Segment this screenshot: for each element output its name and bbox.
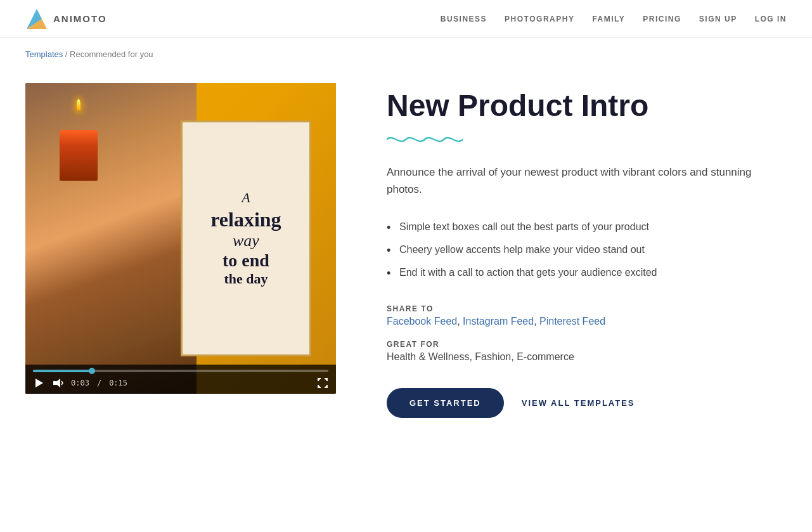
svg-line-5 (61, 381, 63, 383)
card-text-line4: to end (210, 250, 281, 271)
card-text-line1: A (210, 190, 281, 206)
view-all-templates-button[interactable]: VIEW ALL TEMPLATES (522, 398, 635, 408)
feature-item-3: End it with a call to action that gets y… (387, 261, 787, 284)
volume-button[interactable] (52, 377, 63, 389)
video-card-text: A relaxing way to end the day (210, 190, 281, 287)
fullscreen-icon (317, 377, 328, 389)
site-header: ANIMOTO BUSINESS PHOTOGRAPHY FAMILY PRIC… (0, 0, 812, 38)
action-buttons: GET STARTED VIEW ALL TEMPLATES (387, 388, 787, 418)
instagram-feed-link[interactable]: Instagram Feed (463, 316, 534, 327)
fullscreen-button[interactable] (317, 377, 328, 389)
share-to-section: SHARE TO Facebook Feed, Instagram Feed, … (387, 304, 787, 327)
progress-bar[interactable] (33, 370, 328, 372)
share-to-value: Facebook Feed, Instagram Feed, Pinterest… (387, 316, 787, 327)
get-started-button[interactable]: GET STARTED (387, 388, 504, 418)
nav-login[interactable]: LOG IN (755, 15, 787, 23)
card-text-line3: way (210, 231, 281, 250)
product-description: Announce the arrival of your newest prod… (387, 164, 787, 198)
logo-text: ANIMOTO (53, 13, 107, 24)
video-text-card: A relaxing way to end the day (181, 120, 311, 356)
great-for-label: GREAT FOR (387, 340, 787, 349)
video-controls: 0:03 / 0:15 (25, 365, 336, 394)
breadcrumb-separator: / (63, 49, 70, 59)
svg-marker-3 (35, 379, 43, 387)
nav-signup[interactable]: SIGN UP (699, 15, 737, 23)
progress-fill (33, 370, 92, 372)
logo-link[interactable]: ANIMOTO (25, 8, 107, 30)
play-icon (33, 377, 44, 389)
info-section: New Product Intro Announce the arrival o… (387, 83, 787, 418)
feature-item-1: Simple text boxes call out the best part… (387, 216, 787, 238)
nav-photography[interactable]: PHOTOGRAPHY (505, 15, 574, 23)
product-title: New Product Intro (387, 89, 787, 123)
breadcrumb-current: Recommended for you (70, 49, 153, 59)
great-for-section: GREAT FOR Health & Wellness, Fashion, E-… (387, 340, 787, 363)
animoto-logo-icon (25, 8, 48, 30)
feature-item-2: Cheery yellow accents help make your vid… (387, 238, 787, 261)
svg-line-6 (61, 383, 63, 385)
card-text-line2: relaxing (210, 209, 281, 231)
video-player[interactable]: A relaxing way to end the day (25, 83, 336, 394)
great-for-value: Health & Wellness, Fashion, E-commerce (387, 351, 787, 363)
main-content: A relaxing way to end the day (0, 70, 812, 456)
total-time: 0:15 (109, 379, 127, 387)
video-thumbnail: A relaxing way to end the day (25, 83, 336, 394)
breadcrumb: Templates / Recommended for you (0, 38, 812, 70)
controls-row: 0:03 / 0:15 (33, 377, 328, 389)
video-section: A relaxing way to end the day (25, 83, 336, 418)
volume-icon (52, 377, 63, 389)
nav-business[interactable]: BUSINESS (441, 15, 487, 23)
svg-marker-4 (53, 379, 60, 387)
main-nav: BUSINESS PHOTOGRAPHY FAMILY PRICING SIGN… (441, 15, 787, 23)
card-text-line5: the day (210, 271, 281, 287)
time-separator: / (97, 379, 101, 387)
play-button[interactable] (33, 377, 44, 389)
facebook-feed-link[interactable]: Facebook Feed (387, 316, 457, 327)
progress-dot (89, 368, 95, 374)
features-list: Simple text boxes call out the best part… (387, 216, 787, 284)
share-to-label: SHARE TO (387, 304, 787, 313)
breadcrumb-templates-link[interactable]: Templates (25, 49, 63, 59)
pinterest-feed-link[interactable]: Pinterest Feed (539, 316, 605, 327)
nav-pricing[interactable]: PRICING (643, 15, 681, 23)
current-time: 0:03 (71, 379, 89, 387)
wavy-divider (387, 133, 787, 148)
video-photo-left (25, 83, 197, 394)
nav-family[interactable]: FAMILY (592, 15, 625, 23)
